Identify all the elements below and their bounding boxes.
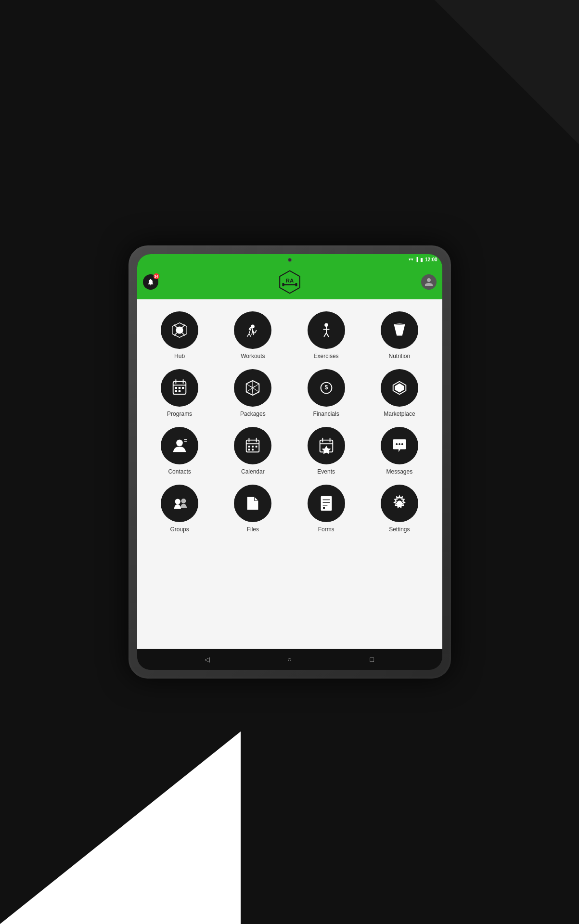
svg-marker-20 — [395, 384, 404, 393]
financials-label: Financials — [313, 411, 339, 417]
forms-icon-circle — [308, 485, 345, 522]
svg-rect-31 — [248, 449, 250, 450]
grid-item-groups[interactable]: Groups — [144, 482, 215, 535]
forms-label: Forms — [318, 526, 335, 533]
messages-icon-circle — [381, 427, 418, 464]
header-right — [421, 274, 437, 290]
user-avatar[interactable] — [421, 274, 437, 290]
marketplace-icon — [390, 379, 409, 397]
calendar-label: Calendar — [241, 468, 265, 475]
svg-point-40 — [401, 443, 403, 445]
nutrition-icon — [390, 321, 409, 339]
app-grid: Hub Workouts Exercises Nutrition Program — [144, 309, 435, 535]
user-icon — [424, 277, 434, 287]
svg-text:RA: RA — [285, 278, 294, 283]
workouts-icon — [244, 321, 262, 339]
svg-rect-23 — [184, 441, 187, 442]
grid-item-financials[interactable]: $ Financials — [291, 367, 361, 420]
app-logo: RA — [277, 270, 302, 295]
settings-icon — [390, 494, 409, 513]
workouts-icon-circle — [234, 311, 271, 349]
header-left: 34 — [143, 274, 158, 290]
svg-rect-3 — [282, 283, 284, 286]
groups-label: Groups — [170, 526, 189, 533]
svg-point-7 — [324, 323, 328, 327]
svg-point-41 — [175, 499, 180, 504]
notification-count: 34 — [154, 273, 159, 279]
grid-item-nutrition[interactable]: Nutrition — [364, 309, 435, 362]
exercises-icon-circle — [308, 311, 345, 349]
financials-icon-circle: $ — [308, 369, 345, 407]
grid-item-calendar[interactable]: Calendar — [218, 424, 288, 477]
grid-item-contacts[interactable]: Contacts — [144, 424, 215, 477]
svg-rect-13 — [179, 387, 181, 389]
grid-item-marketplace[interactable]: Marketplace — [364, 367, 435, 420]
home-button[interactable]: ○ — [283, 654, 295, 665]
svg-rect-14 — [182, 387, 184, 389]
bell-icon — [147, 278, 154, 286]
settings-icon-circle — [381, 485, 418, 522]
marketplace-label: Marketplace — [384, 411, 415, 417]
svg-rect-12 — [175, 387, 178, 389]
messages-icon — [390, 436, 409, 455]
svg-rect-29 — [252, 446, 254, 448]
forms-icon — [317, 494, 335, 513]
grid-item-forms[interactable]: Forms — [291, 482, 361, 535]
svg-rect-22 — [184, 439, 187, 440]
programs-icon-circle — [161, 369, 198, 407]
svg-rect-16 — [179, 390, 181, 392]
tablet-screen: ▾▾ ▐ ▮ 12:00 34 — [137, 254, 442, 670]
svg-text:$: $ — [324, 384, 328, 391]
svg-rect-15 — [175, 390, 178, 392]
svg-point-39 — [399, 443, 400, 445]
contacts-label: Contacts — [168, 468, 191, 475]
time-display: 12:00 — [425, 257, 437, 262]
hub-icon-circle — [161, 311, 198, 349]
exercises-icon — [317, 321, 335, 339]
tablet-camera — [288, 258, 292, 262]
battery-icon: ▮ — [420, 257, 423, 262]
wifi-icon: ▾▾ — [409, 257, 413, 262]
svg-point-38 — [396, 443, 398, 445]
notification-button[interactable]: 34 — [143, 274, 158, 290]
financials-icon: $ — [317, 379, 335, 397]
back-button[interactable]: ◁ — [201, 654, 213, 665]
grid-item-files[interactable]: Files — [218, 482, 288, 535]
recent-button[interactable]: □ — [366, 654, 378, 665]
groups-icon-circle — [161, 485, 198, 522]
tablet-device: ▾▾ ▐ ▮ 12:00 34 — [129, 245, 451, 679]
packages-label: Packages — [240, 411, 266, 417]
nutrition-icon-circle — [381, 311, 418, 349]
status-icons: ▾▾ ▐ ▮ 12:00 — [409, 257, 437, 262]
svg-rect-32 — [252, 449, 254, 450]
nutrition-label: Nutrition — [389, 353, 411, 359]
svg-rect-2 — [283, 284, 296, 285]
grid-item-hub[interactable]: Hub — [144, 309, 215, 362]
grid-item-settings[interactable]: Settings — [364, 482, 435, 535]
grid-item-events[interactable]: Events — [291, 424, 361, 477]
app-header: 34 RA — [137, 265, 442, 299]
svg-point-21 — [176, 439, 183, 446]
events-label: Events — [317, 468, 335, 475]
svg-rect-47 — [323, 507, 325, 509]
svg-rect-4 — [295, 283, 297, 286]
contacts-icon-circle — [161, 427, 198, 464]
grid-item-messages[interactable]: Messages — [364, 424, 435, 477]
files-label: Files — [247, 526, 259, 533]
marketplace-icon-circle — [381, 369, 418, 407]
files-icon-circle — [234, 485, 271, 522]
signal-icon: ▐ — [415, 257, 418, 262]
grid-item-packages[interactable]: Packages — [218, 367, 288, 420]
grid-item-exercises[interactable]: Exercises — [291, 309, 361, 362]
grid-item-programs[interactable]: Programs — [144, 367, 215, 420]
events-icon — [317, 436, 335, 455]
hub-label: Hub — [174, 353, 185, 359]
contacts-icon — [170, 436, 189, 455]
files-icon — [244, 494, 262, 513]
grid-item-workouts[interactable]: Workouts — [218, 309, 288, 362]
calendar-icon-circle — [234, 427, 271, 464]
svg-point-42 — [181, 499, 186, 503]
svg-rect-30 — [256, 446, 257, 448]
programs-icon — [170, 379, 189, 397]
events-icon-circle — [308, 427, 345, 464]
